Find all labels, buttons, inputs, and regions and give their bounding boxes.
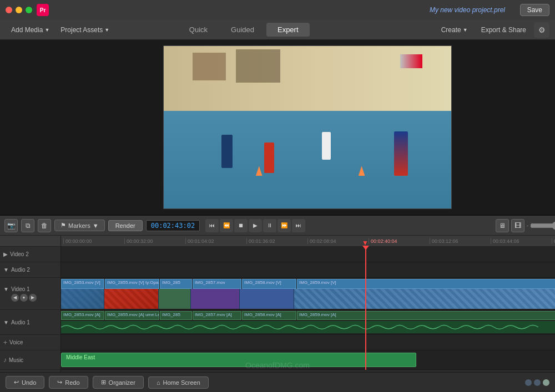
- timeline-ruler: 00:00:00:00 00:00:32:00 00:01:04:02 00:0…: [61, 236, 555, 247]
- maximize-button[interactable]: [26, 7, 32, 13]
- next-frame-button[interactable]: ⏩: [278, 219, 291, 232]
- camera-icon-button[interactable]: 📷: [4, 219, 18, 232]
- undo-button[interactable]: ↩ Undo: [6, 376, 44, 389]
- timeline: 📷 ⧉ 🗑 ⚑ Markers ▼ Render 00:02:43:02 ⏮ ⏪…: [0, 215, 555, 392]
- clip-audio1-1[interactable]: IMG_2853.mov [A]: [61, 311, 104, 320]
- ruler-mark-4: 00:02:08:04: [307, 238, 369, 244]
- timeline-body: ▶ Video 2 ▼ Audio 2 ▼ Video 1: [0, 236, 555, 392]
- go-to-end-button[interactable]: ⏭: [292, 219, 305, 232]
- clip-video1-6[interactable]: IMG_2859.mov [V]: [297, 279, 555, 289]
- markers-button[interactable]: ⚑ Markers ▼: [54, 220, 105, 231]
- timeline-toolbar: 📷 ⧉ 🗑 ⚑ Markers ▼ Render 00:02:43:02 ⏮ ⏪…: [0, 216, 555, 236]
- track-row-video2: [61, 247, 555, 262]
- track-row-audio1: IMG_2853.mov [A] IMG_2855.mov [A] ume:Le…: [61, 310, 555, 335]
- organizer-button[interactable]: ⊞ Organizer: [93, 376, 144, 389]
- video1-ctrl1[interactable]: ◀: [11, 294, 19, 302]
- track-row-voice: [61, 335, 555, 350]
- track-header-video2: ▶ Video 2: [0, 247, 60, 262]
- ruler-mark-3: 00:01:36:02: [246, 238, 307, 244]
- track-row-music: Middle East: [61, 350, 555, 370]
- track-header-music: ♪ Music: [0, 350, 60, 370]
- traffic-lights: [6, 7, 32, 13]
- render-button[interactable]: Render: [108, 220, 143, 231]
- track-headers: ▶ Video 2 ▼ Audio 2 ▼ Video 1: [0, 236, 61, 392]
- go-to-start-button[interactable]: ⏮: [205, 219, 219, 232]
- mode-tabs: Quick Guided Expert: [178, 23, 310, 37]
- track-header-video1: ▼ Video 1 ◀ ● ▶: [0, 278, 60, 310]
- video-content: [164, 46, 451, 208]
- titlebar: Pr My new video project.prel Save: [0, 0, 555, 20]
- project-assets-menu[interactable]: Project Assets ▼: [55, 24, 115, 36]
- ruler-mark-8: 00:04:16:08: [552, 238, 555, 244]
- video-frame[interactable]: [163, 45, 452, 209]
- clip-video1-5[interactable]: IMG_2858.mov [V]: [242, 279, 296, 289]
- timeline-settings-button[interactable]: 🎞: [511, 219, 524, 232]
- bottombar: ↩ Undo ↪ Redo ⊞ Organizer ⌂ Home Screen: [0, 372, 555, 392]
- track-area[interactable]: 00:00:00:00 00:00:32:00 00:01:04:02 00:0…: [61, 236, 555, 392]
- add-media-menu[interactable]: Add Media ▼: [6, 24, 55, 36]
- tab-quick[interactable]: Quick: [178, 23, 219, 37]
- ruler-mark-1: 00:00:32:00: [124, 238, 185, 244]
- ruler-mark-6: 00:03:12:06: [430, 238, 491, 244]
- track-header-voice: + Voice: [0, 335, 60, 350]
- pause-button[interactable]: ⏸: [263, 219, 276, 232]
- track-header-audio1: ▼ Audio 1: [0, 310, 60, 335]
- ruler-mark-7: 00:03:44:06: [491, 238, 552, 244]
- create-menu[interactable]: Create ▼: [436, 24, 473, 36]
- video1-ctrl3[interactable]: ▶: [29, 294, 37, 302]
- clip-video1-3[interactable]: IMG_285: [160, 279, 192, 289]
- ruler-mark-0: 00:00:00:00: [63, 238, 124, 244]
- prev-frame-button[interactable]: ⏪: [220, 219, 233, 232]
- play-button[interactable]: ▶: [249, 219, 262, 232]
- app-icon: Pr: [37, 4, 49, 16]
- ruler-mark-2: 00:01:04:02: [185, 238, 246, 244]
- duplicate-button[interactable]: ⧉: [21, 219, 34, 232]
- track-row-audio2: [61, 262, 555, 278]
- home-screen-button[interactable]: ⌂ Home Screen: [148, 376, 209, 389]
- preview-and-timeline: 📷 ⧉ 🗑 ⚑ Markers ▼ Render 00:02:43:02 ⏮ ⏪…: [0, 40, 555, 392]
- clip-video1-4[interactable]: IMG_2857.mov: [193, 279, 241, 289]
- delete-button[interactable]: 🗑: [38, 219, 51, 232]
- ruler-mark-5: 00:02:40:04: [369, 238, 430, 244]
- stop-button[interactable]: ⏹: [234, 219, 248, 232]
- tab-expert[interactable]: Expert: [266, 23, 310, 37]
- clip-music-1[interactable]: Middle East: [61, 353, 416, 367]
- clip-audio1-3[interactable]: IMG_285: [160, 311, 192, 320]
- export-share-menu[interactable]: Export & Share: [476, 24, 532, 36]
- timeline-view-button[interactable]: 🖥: [496, 219, 509, 232]
- clip-video1-1[interactable]: IMG_2853.mov [V]: [61, 279, 104, 289]
- settings-button[interactable]: ⚙: [534, 22, 549, 38]
- clip-audio1-5[interactable]: IMG_2858.mov [A]: [242, 311, 296, 320]
- tab-guided[interactable]: Guided: [220, 23, 265, 37]
- save-button[interactable]: Save: [520, 4, 549, 16]
- time-display: 00:02:43:02: [146, 220, 200, 231]
- clip-audio1-4[interactable]: IMG_2857.mov [A]: [193, 311, 241, 320]
- clip-audio1-2[interactable]: IMG_2855.mov [A] ume:Level: [105, 311, 159, 320]
- transport-controls: ⏮ ⏪ ⏹ ▶ ⏸ ⏩ ⏭: [205, 219, 305, 232]
- video-preview: [0, 40, 555, 215]
- video1-ctrl2[interactable]: ●: [20, 294, 28, 302]
- right-menus: Create ▼ Export & Share ⚙: [436, 22, 549, 38]
- track-header-audio2: ▼ Audio 2: [0, 262, 60, 278]
- track-row-video1: IMG_2853.mov [V] IMG_2855.mov [V] ty:Opa…: [61, 278, 555, 310]
- main-content: 📷 ⧉ 🗑 ⚑ Markers ▼ Render 00:02:43:02 ⏮ ⏪…: [0, 40, 555, 392]
- zoom-slider[interactable]: [530, 221, 555, 230]
- redo-button[interactable]: ↪ Redo: [49, 376, 88, 389]
- timeline-right-controls: 🖥 🎞 - + ⊡ ?: [496, 219, 555, 232]
- clip-audio1-6[interactable]: IMG_2859.mov [A]: [297, 311, 555, 320]
- close-button[interactable]: [6, 7, 12, 13]
- clip-video1-2[interactable]: IMG_2855.mov [V] ty:Opacity: [105, 279, 159, 289]
- menubar: Add Media ▼ Project Assets ▼ Quick Guide…: [0, 20, 555, 40]
- project-title: My new video project.prel: [430, 6, 505, 14]
- minimize-button[interactable]: [16, 7, 22, 13]
